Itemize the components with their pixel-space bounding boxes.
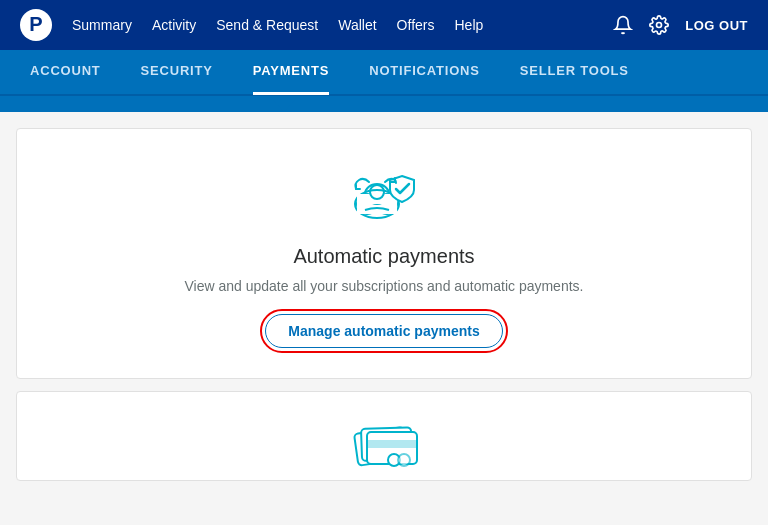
svg-point-15 (398, 454, 410, 466)
subnav-notifications[interactable]: NOTIFICATIONS (369, 49, 480, 95)
nav-arrow-container (0, 96, 768, 112)
sub-nav: ACCOUNT SECURITY PAYMENTS NOTIFICATIONS … (0, 50, 768, 96)
second-card (16, 391, 752, 481)
nav-offers[interactable]: Offers (397, 17, 435, 33)
notifications-icon[interactable] (613, 15, 633, 35)
top-nav-links: Summary Activity Send & Request Wallet O… (72, 17, 613, 33)
paypal-logo: P (20, 9, 52, 41)
sub-nav-items: ACCOUNT SECURITY PAYMENTS NOTIFICATIONS … (30, 49, 629, 95)
nav-summary[interactable]: Summary (72, 17, 132, 33)
top-nav-right: LOG OUT (613, 15, 748, 35)
top-nav: P Summary Activity Send & Request Wallet… (0, 0, 768, 50)
manage-automatic-payments-button[interactable]: Manage automatic payments (265, 314, 502, 348)
svg-text:P: P (29, 13, 42, 35)
settings-icon[interactable] (649, 15, 669, 35)
subnav-payments[interactable]: PAYMENTS (253, 49, 329, 95)
logout-button[interactable]: LOG OUT (685, 18, 748, 33)
main-content: Automatic payments View and update all y… (0, 112, 768, 497)
nav-send-request[interactable]: Send & Request (216, 17, 318, 33)
subnav-seller-tools[interactable]: SELLER TOOLS (520, 49, 629, 95)
automatic-payments-desc: View and update all your subscriptions a… (185, 278, 584, 294)
automatic-payments-card: Automatic payments View and update all y… (16, 128, 752, 379)
nav-wallet[interactable]: Wallet (338, 17, 376, 33)
nav-arrow (270, 96, 298, 112)
nav-activity[interactable]: Activity (152, 17, 196, 33)
subnav-security[interactable]: SECURITY (141, 49, 213, 95)
second-card-icon (349, 414, 419, 473)
svg-point-2 (657, 23, 662, 28)
svg-rect-13 (367, 440, 417, 448)
automatic-payments-title: Automatic payments (293, 245, 474, 268)
subnav-account[interactable]: ACCOUNT (30, 49, 101, 95)
automatic-payments-icon (339, 159, 429, 229)
nav-help[interactable]: Help (454, 17, 483, 33)
